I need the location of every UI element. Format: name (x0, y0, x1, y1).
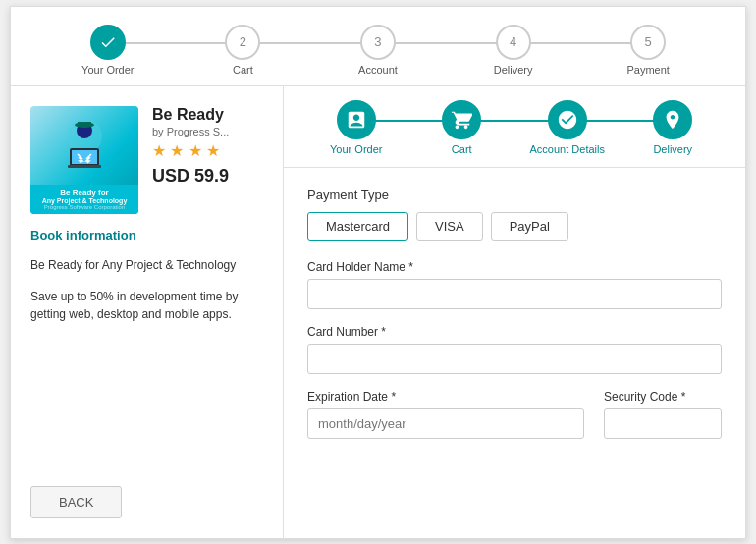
right-step-delivery: Delivery (621, 100, 727, 155)
right-panel: Your Order Cart Account Details (284, 86, 745, 538)
svg-rect-5 (72, 150, 97, 164)
right-step-account: Account Details (514, 100, 621, 155)
svg-rect-3 (78, 122, 91, 126)
product-image: Be Ready for Any Project & Technology Pr… (30, 106, 138, 214)
right-stepper: Your Order Cart Account Details (284, 86, 745, 168)
expiration-input[interactable] (307, 408, 584, 439)
card-holder-input[interactable] (307, 279, 722, 309)
right-step-label-order: Your Order (330, 143, 382, 155)
product-image-overlay: Be Ready for Any Project & Technology Pr… (30, 185, 138, 214)
product-price: USD 59.9 (152, 166, 263, 187)
visa-button[interactable]: VISA (416, 212, 483, 241)
expiration-label: Expiration Date * (307, 390, 584, 404)
right-step-order: Your Order (303, 100, 409, 155)
card-holder-group: Card Holder Name * (307, 260, 722, 309)
right-step-circle-cart[interactable] (442, 100, 481, 139)
left-panel: Be Ready for Any Project & Technology Pr… (11, 86, 284, 538)
top-step-label-1: Your Order (81, 64, 134, 76)
mastercard-button[interactable]: Mastercard (307, 212, 408, 241)
top-step-label-4: Delivery (494, 64, 533, 76)
product-stars: ★ ★ ★ ★ (152, 141, 263, 160)
expiration-group: Expiration Date * (307, 390, 584, 439)
security-group: Security Code * (604, 390, 722, 439)
top-step-4: 4 Delivery (446, 25, 581, 76)
payment-type-row: Mastercard VISA PayPal (307, 212, 722, 241)
right-step-circle-order[interactable] (337, 100, 376, 139)
security-input[interactable] (604, 408, 722, 439)
top-step-label-5: Payment (626, 64, 669, 76)
card-number-label: Card Number * (307, 325, 722, 339)
payment-form: Payment Type Mastercard VISA PayPal Card… (284, 168, 745, 538)
card-number-input[interactable] (307, 344, 722, 374)
book-info-desc1: Be Ready for Any Project & Technology (30, 256, 263, 274)
top-step-circle-4[interactable]: 4 (496, 25, 531, 60)
top-step-1: Your Order (40, 25, 176, 76)
right-step-label-account: Account Details (530, 143, 605, 155)
paypal-button[interactable]: PayPal (491, 212, 568, 241)
right-step-label-cart: Cart (452, 143, 472, 155)
product-info: Be Ready by Progress S... ★ ★ ★ ★ USD 59… (152, 106, 263, 187)
book-info-title: Book information (30, 228, 263, 243)
right-step-circle-delivery[interactable] (653, 100, 692, 139)
payment-type-label: Payment Type (307, 188, 722, 202)
product-card: Be Ready for Any Project & Technology Pr… (30, 106, 263, 214)
right-step-label-delivery: Delivery (653, 143, 692, 155)
right-step-cart: Cart (409, 100, 515, 155)
top-step-label-3: Account (358, 64, 398, 76)
top-step-label-2: Cart (233, 64, 253, 76)
top-step-2: 2 Cart (176, 25, 311, 76)
expiry-security-row: Expiration Date * Security Code * (307, 390, 722, 455)
top-step-circle-2[interactable]: 2 (225, 25, 260, 60)
top-step-5: 5 Payment (580, 25, 716, 76)
right-step-circle-account[interactable] (548, 100, 587, 139)
product-title: Be Ready (152, 106, 263, 124)
top-stepper: Your Order 2 Cart 3 Account 4 Delivery 5… (11, 7, 745, 86)
card-number-group: Card Number * (307, 325, 722, 374)
top-step-circle-5[interactable]: 5 (630, 25, 666, 60)
top-step-circle-1[interactable] (90, 25, 126, 60)
svg-rect-6 (68, 165, 101, 168)
product-by: by Progress S... (152, 126, 263, 137)
content-area: Be Ready for Any Project & Technology Pr… (11, 86, 745, 538)
book-info-desc2: Save up to 50% in development time by ge… (30, 288, 263, 323)
back-button[interactable]: BACK (30, 486, 122, 518)
security-label: Security Code * (604, 390, 722, 404)
top-step-circle-3[interactable]: 3 (360, 25, 396, 60)
top-step-3: 3 Account (310, 25, 446, 76)
card-holder-label: Card Holder Name * (307, 260, 722, 274)
main-container: Your Order 2 Cart 3 Account 4 Delivery 5… (10, 6, 746, 539)
